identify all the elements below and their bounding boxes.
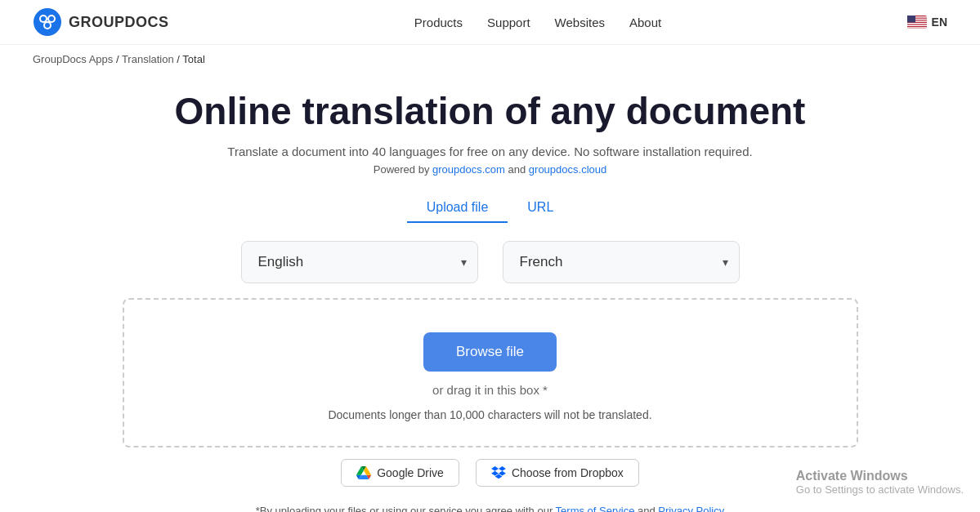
cloud-storage-buttons: Google Drive Choose from Dropbox bbox=[341, 459, 639, 487]
breadcrumb-translation[interactable]: Translation bbox=[122, 53, 174, 65]
upload-dropzone[interactable]: Browse file or drag it in this box * Doc… bbox=[123, 298, 858, 447]
nav-websites[interactable]: Websites bbox=[555, 16, 605, 29]
svg-rect-14 bbox=[907, 16, 915, 23]
page-title: Online translation of any document bbox=[175, 90, 806, 133]
google-drive-button[interactable]: Google Drive bbox=[341, 459, 459, 487]
privacy-policy-link[interactable]: Privacy Policy bbox=[658, 505, 724, 512]
dropbox-label: Choose from Dropbox bbox=[512, 466, 624, 479]
powered-by: Powered by groupdocs.com and groupdocs.c… bbox=[374, 163, 606, 176]
breadcrumb-total: Total bbox=[182, 53, 204, 65]
svg-rect-12 bbox=[907, 25, 927, 26]
breadcrumb-sep1: / bbox=[113, 53, 122, 65]
logo-text: GROUPDOCS bbox=[69, 14, 169, 31]
groupdocs-com-link[interactable]: groupdocs.com bbox=[432, 163, 505, 176]
dropbox-icon bbox=[491, 466, 506, 479]
page-subtitle: Translate a document into 40 languages f… bbox=[227, 145, 752, 158]
upload-tabs: Upload file URL bbox=[407, 194, 574, 223]
language-selectors: English Spanish German French Chinese ▾ … bbox=[241, 241, 740, 283]
source-language-wrapper: English Spanish German French Chinese ▾ bbox=[241, 241, 478, 283]
google-drive-label: Google Drive bbox=[377, 466, 444, 479]
svg-point-5 bbox=[49, 16, 54, 21]
tab-upload-file[interactable]: Upload file bbox=[407, 194, 508, 223]
main-nav: Products Support Websites About bbox=[414, 16, 661, 29]
char-limit-text: Documents longer than 10,000 characters … bbox=[328, 408, 651, 421]
nav-products[interactable]: Products bbox=[414, 16, 463, 29]
svg-rect-11 bbox=[907, 23, 927, 24]
dropbox-button[interactable]: Choose from Dropbox bbox=[476, 459, 639, 487]
terms-of-service-link[interactable]: Terms of Service bbox=[556, 505, 635, 512]
target-language-select[interactable]: French English Spanish German Chinese bbox=[503, 241, 740, 283]
target-language-wrapper: French English Spanish German Chinese ▾ bbox=[503, 241, 740, 283]
nav-support[interactable]: Support bbox=[487, 16, 530, 29]
logo[interactable]: GROUPDOCS bbox=[33, 7, 169, 37]
svg-point-6 bbox=[45, 23, 50, 28]
svg-point-4 bbox=[41, 16, 46, 21]
breadcrumb-sep2: / bbox=[174, 53, 183, 65]
google-drive-icon bbox=[356, 466, 371, 479]
tab-url[interactable]: URL bbox=[508, 194, 573, 223]
breadcrumb-groupdocs-apps[interactable]: GroupDocs Apps bbox=[33, 53, 113, 65]
nav-about[interactable]: About bbox=[629, 16, 661, 29]
breadcrumb: GroupDocs Apps / Translation / Total bbox=[0, 45, 980, 73]
svg-rect-13 bbox=[907, 27, 927, 28]
lang-code: EN bbox=[932, 16, 947, 29]
flag-icon bbox=[907, 16, 927, 29]
language-selector[interactable]: EN bbox=[907, 16, 947, 29]
drag-text: or drag it in this box * bbox=[432, 383, 548, 397]
browse-file-button[interactable]: Browse file bbox=[423, 332, 557, 372]
groupdocs-cloud-link[interactable]: groupdocs.cloud bbox=[529, 163, 606, 176]
source-language-select[interactable]: English Spanish German French Chinese bbox=[241, 241, 478, 283]
disclaimer-text: *By uploading your files or using our se… bbox=[256, 505, 725, 512]
groupdocs-logo-icon bbox=[33, 7, 62, 37]
